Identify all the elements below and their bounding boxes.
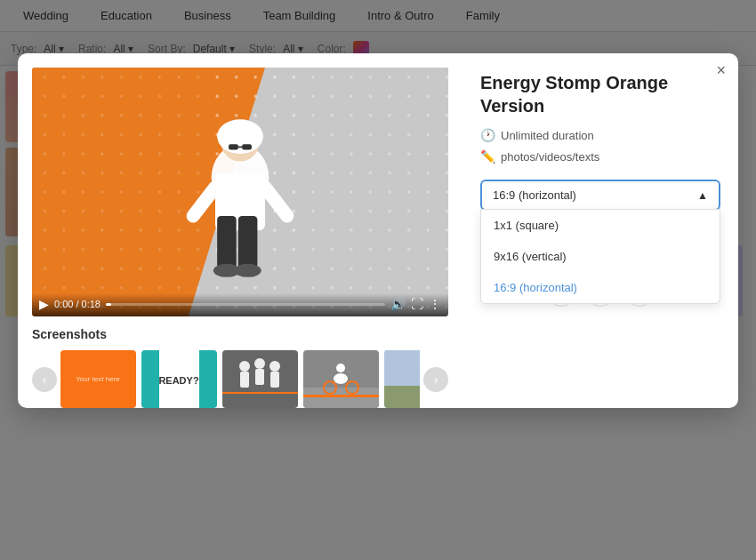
svg-rect-8: [229, 144, 238, 149]
screenshots-row: ‹ Your text here: [32, 350, 448, 408]
media-icon: ✏️: [480, 149, 495, 164]
svg-text:READY?: READY?: [158, 375, 199, 386]
screenshot-thumb-4[interactable]: [303, 350, 379, 408]
progress-fill: [106, 303, 111, 306]
thumb-4-svg: [303, 350, 379, 408]
svg-rect-40: [384, 350, 420, 386]
close-button[interactable]: ×: [716, 62, 726, 78]
video-right-controls: 🔊 ⛶ ⋮: [390, 297, 441, 311]
svg-point-29: [269, 361, 280, 372]
svg-rect-41: [384, 386, 420, 408]
svg-rect-38: [303, 395, 379, 397]
svg-point-15: [235, 264, 261, 277]
clock-icon: 🕐: [480, 128, 495, 142]
svg-point-34: [336, 364, 345, 372]
dropdown-selected-value: 16:9 (horizontal): [493, 188, 576, 202]
svg-rect-30: [270, 372, 279, 388]
svg-rect-9: [242, 144, 252, 149]
dropdown-option-horizontal[interactable]: 16:9 (horizontal): [481, 272, 720, 303]
screenshot-thumb-5[interactable]: [384, 350, 420, 408]
thumb-5-svg: [384, 350, 420, 408]
screenshot-thumb-2[interactable]: READY?: [141, 350, 217, 408]
media-label: photos/videos/texts: [501, 150, 599, 164]
svg-rect-26: [240, 372, 249, 388]
volume-button[interactable]: 🔊: [390, 297, 406, 311]
dropdown-option-square[interactable]: 1x1 (square): [481, 210, 720, 241]
chevron-up-icon: ▲: [697, 189, 708, 202]
dropdown-menu: 1x1 (square) 9x16 (vertical) 16:9 (horiz…: [480, 209, 720, 304]
svg-rect-21: [141, 350, 159, 408]
screenshot-thumb-3[interactable]: [222, 350, 298, 408]
time-display: 0:00 / 0:18: [54, 299, 101, 309]
svg-rect-13: [238, 216, 258, 268]
video-preview-container: ▶ 0:00 / 0:18 🔊 ⛶ ⋮: [32, 68, 448, 316]
thumb-2-svg: READY?: [141, 350, 217, 408]
more-button[interactable]: ⋮: [429, 297, 441, 311]
template-title: Energy Stomp Orange Version: [480, 71, 720, 117]
right-panel: Energy Stomp Orange Version 🕐 Unlimited …: [462, 53, 738, 408]
scroll-left-button[interactable]: ‹: [32, 367, 57, 392]
duration-label: Unlimited duration: [501, 129, 594, 142]
thumb-1-svg: Your text here: [60, 350, 136, 408]
svg-rect-22: [199, 350, 217, 408]
modal-overlay: ×: [0, 0, 756, 560]
video-bg-svg: [32, 68, 448, 316]
progress-bar[interactable]: [106, 303, 385, 306]
duration-row: 🕐 Unlimited duration: [480, 128, 720, 142]
template-modal: ×: [18, 53, 738, 408]
video-controls: ▶ 0:00 / 0:18 🔊 ⛶ ⋮: [32, 293, 448, 316]
video-panel: ▶ 0:00 / 0:18 🔊 ⛶ ⋮ Screensho: [18, 53, 462, 408]
svg-rect-28: [255, 369, 264, 385]
svg-rect-12: [217, 216, 237, 268]
svg-point-25: [239, 361, 250, 372]
dropdown-option-vertical[interactable]: 9x16 (vertical): [481, 241, 720, 272]
thumb-3-svg: [222, 350, 298, 408]
svg-rect-33: [303, 388, 379, 408]
svg-point-35: [334, 373, 348, 384]
video-background: [32, 68, 448, 316]
screenshots-section: Screenshots ‹ Your text here: [18, 316, 462, 408]
svg-point-7: [217, 119, 263, 154]
svg-point-27: [254, 358, 265, 369]
screenshot-thumb-1[interactable]: Your text here: [60, 350, 136, 408]
media-row: ✏️ photos/videos/texts: [480, 149, 720, 164]
screenshot-thumbnails: Your text here READY?: [60, 350, 420, 408]
scroll-right-button[interactable]: ›: [423, 367, 448, 392]
fullscreen-button[interactable]: ⛶: [411, 297, 423, 311]
modal-body: ▶ 0:00 / 0:18 🔊 ⛶ ⋮ Screensho: [18, 53, 738, 408]
aspect-ratio-dropdown[interactable]: 16:9 (horizontal) ▲: [480, 180, 720, 211]
screenshots-title: Screenshots: [32, 327, 448, 341]
aspect-ratio-dropdown-container: 16:9 (horizontal) ▲ 1x1 (square) 9x16 (v…: [480, 180, 720, 211]
play-button[interactable]: ▶: [39, 297, 49, 311]
svg-text:Your text here: Your text here: [76, 375, 120, 383]
